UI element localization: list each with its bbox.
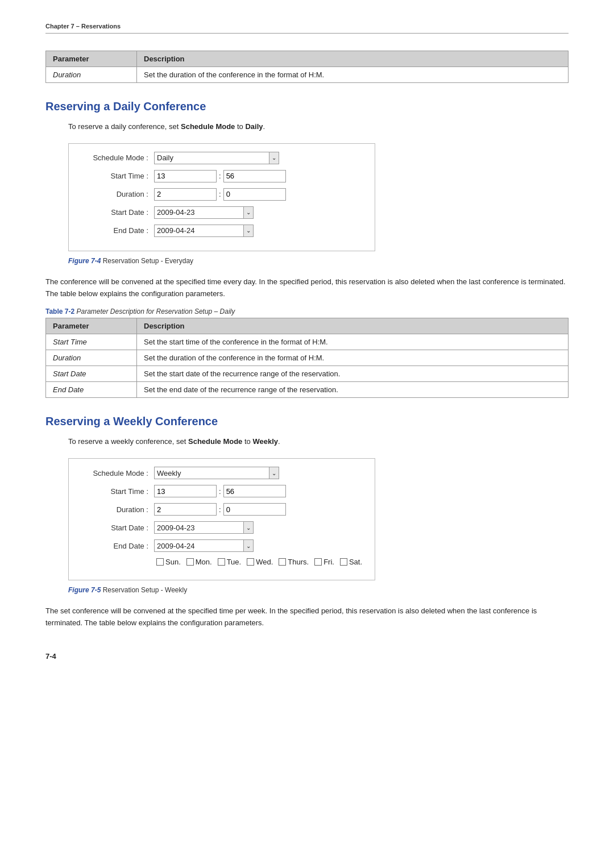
day-checkbox[interactable] [340, 558, 347, 566]
table-row: Start DateSet the start date of the recu… [46, 366, 569, 382]
daily-start-date-label: Start Date : [80, 208, 154, 217]
day-checkbox[interactable] [156, 558, 164, 566]
daily-table-col1-header: Parameter [46, 318, 137, 334]
weekly-start-date-row: Start Date : 2009-04-23 ⌄ [80, 521, 363, 534]
desc-cell: Set the end date of the recurrence range… [137, 382, 569, 398]
daily-end-date-select[interactable]: 2009-04-24 ⌄ [154, 225, 254, 237]
weekly-duration-m-input[interactable] [223, 503, 286, 516]
desc-cell: Set the start date of the recurrence ran… [137, 366, 569, 382]
weekly-days-checkboxes: Sun.Mon.Tue.Wed.Thurs.Fri.Sat. [154, 558, 362, 566]
weekly-schedule-mode-row: Schedule Mode : Weekly ⌄ [80, 467, 363, 479]
weekly-start-date-arrow[interactable]: ⌄ [243, 522, 253, 533]
weekly-end-date-value: 2009-04-24 [155, 542, 243, 550]
weekly-start-time-m-input[interactable] [223, 485, 286, 497]
daily-schedule-mode-arrow[interactable]: ⌄ [269, 152, 279, 164]
day-checkbox[interactable] [186, 558, 194, 566]
daily-schedule-mode-row: Schedule Mode : Daily ⌄ [80, 152, 363, 164]
day-checkbox[interactable] [218, 558, 225, 566]
day-label: Sat. [349, 558, 362, 566]
chapter-header: Chapter 7 – Reservations [45, 23, 569, 34]
weekly-start-time-row: Start Time : : [80, 485, 363, 497]
day-checkbox[interactable] [247, 558, 254, 566]
day-label: Fri. [323, 558, 334, 566]
param-cell: Duration [46, 350, 137, 366]
daily-end-date-row: End Date : 2009-04-24 ⌄ [80, 225, 363, 237]
daily-start-time-m-input[interactable] [223, 170, 286, 182]
weekly-figure-caption: Figure 7-5 Reservation Setup - Weekly [68, 586, 546, 594]
day-checkbox[interactable] [279, 558, 286, 566]
weekly-duration-h-input[interactable] [154, 503, 217, 516]
table-row: End DateSet the end date of the recurren… [46, 382, 569, 398]
weekly-start-date-label: Start Date : [80, 524, 154, 532]
daily-start-date-row: Start Date : 2009-04-23 ⌄ [80, 206, 363, 219]
weekly-body-text: The set conference will be convened at t… [45, 605, 569, 629]
daily-table-caption-text: Parameter Description for Reservation Se… [74, 308, 235, 315]
weekly-start-date-value: 2009-04-23 [155, 524, 243, 532]
day-checkbox[interactable] [314, 558, 322, 566]
daily-duration-row: Duration : : [80, 188, 363, 201]
daily-table-caption: Table 7-2 Parameter Description for Rese… [45, 308, 569, 315]
daily-duration-m-input[interactable] [223, 188, 286, 201]
daily-start-time-row: Start Time : : [80, 170, 363, 182]
daily-duration-label: Duration : [80, 190, 154, 198]
param-cell: Duration [46, 67, 137, 83]
daily-start-time-colon: : [219, 172, 221, 180]
day-checkbox-item: Tue. [218, 558, 242, 566]
day-checkbox-item: Sat. [340, 558, 362, 566]
daily-start-date-arrow[interactable]: ⌄ [243, 207, 253, 218]
day-label: Tue. [227, 558, 242, 566]
page: Chapter 7 – Reservations Parameter Descr… [0, 0, 614, 868]
desc-cell: Set the start time of the conference in … [137, 334, 569, 350]
daily-end-date-value: 2009-04-24 [155, 226, 243, 235]
day-checkbox-item: Thurs. [279, 558, 309, 566]
param-cell: Start Date [46, 366, 137, 382]
table-row: DurationSet the duration of the conferen… [46, 350, 569, 366]
day-label: Sun. [165, 558, 181, 566]
daily-body-text: The conference will be convened at the s… [45, 276, 569, 300]
page-number: 7-4 [45, 652, 569, 661]
weekly-start-time-label: Start Time : [80, 487, 154, 496]
top-table-col1-header: Parameter [46, 51, 137, 67]
table-row: Start TimeSet the start time of the conf… [46, 334, 569, 350]
daily-start-time-label: Start Time : [80, 172, 154, 180]
daily-end-date-arrow[interactable]: ⌄ [243, 225, 253, 236]
daily-end-date-label: End Date : [80, 226, 154, 235]
top-param-table: Parameter Description DurationSet the du… [45, 51, 569, 83]
daily-intro: To reserve a daily conference, set Sched… [68, 121, 569, 133]
weekly-end-date-select[interactable]: 2009-04-24 ⌄ [154, 539, 254, 552]
daily-figure-caption-text: Reservation Setup - Everyday [101, 257, 193, 265]
chapter-header-text: Chapter 7 – Reservations [45, 23, 121, 30]
daily-schedule-mode-value: Daily [155, 153, 269, 162]
weekly-end-date-row: End Date : 2009-04-24 ⌄ [80, 539, 363, 552]
daily-schedule-mode-label: Schedule Mode : [80, 153, 154, 162]
daily-start-time-h-input[interactable] [154, 170, 217, 182]
daily-start-date-select[interactable]: 2009-04-23 ⌄ [154, 206, 254, 219]
weekly-days-row: Sun.Mon.Tue.Wed.Thurs.Fri.Sat. [80, 558, 363, 566]
weekly-schedule-mode-select[interactable]: Weekly ⌄ [154, 467, 279, 479]
daily-section-title: Reserving a Daily Conference [45, 100, 569, 113]
weekly-figure-caption-text: Reservation Setup - Weekly [101, 586, 187, 594]
day-label: Thurs. [288, 558, 309, 566]
day-label: Mon. [196, 558, 212, 566]
top-table-col2-header: Description [137, 51, 569, 67]
weekly-start-time-h-input[interactable] [154, 485, 217, 497]
daily-duration-h-input[interactable] [154, 188, 217, 201]
table-row: DurationSet the duration of the conferen… [46, 67, 569, 83]
day-checkbox-item: Fri. [314, 558, 334, 566]
daily-figure-caption-bold: Figure 7-4 [68, 257, 101, 265]
daily-duration-colon: : [219, 190, 221, 198]
weekly-schedule-mode-label: Schedule Mode : [80, 469, 154, 477]
weekly-end-date-arrow[interactable]: ⌄ [243, 540, 253, 551]
weekly-schedule-mode-arrow[interactable]: ⌄ [269, 467, 279, 479]
weekly-schedule-mode-value: Weekly [155, 469, 269, 477]
param-cell: End Date [46, 382, 137, 398]
day-checkbox-item: Wed. [247, 558, 273, 566]
daily-schedule-mode-select[interactable]: Daily ⌄ [154, 152, 279, 164]
weekly-figure-caption-bold: Figure 7-5 [68, 586, 101, 594]
daily-form-box: Schedule Mode : Daily ⌄ Start Time : : D… [68, 143, 375, 251]
weekly-duration-label: Duration : [80, 505, 154, 514]
day-label: Wed. [256, 558, 273, 566]
weekly-start-date-select[interactable]: 2009-04-23 ⌄ [154, 521, 254, 534]
daily-table-col2-header: Description [137, 318, 569, 334]
param-cell: Start Time [46, 334, 137, 350]
